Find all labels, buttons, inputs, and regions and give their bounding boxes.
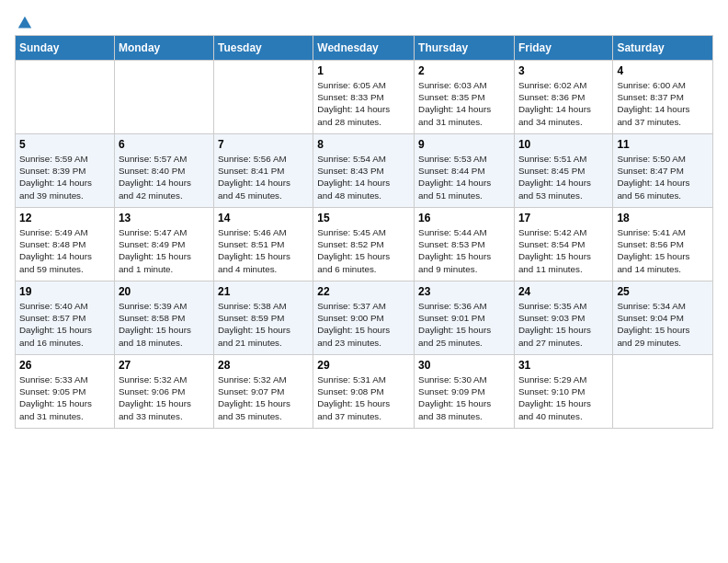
day-number: 15 [317,212,410,224]
day-number: 9 [418,138,510,151]
cell-info-line: Daylight: 14 hours [418,103,510,115]
calendar-cell: 17Sunrise: 5:42 AMSunset: 8:54 PMDayligh… [514,208,612,282]
day-number: 7 [218,138,309,151]
cell-info-line: and 6 minutes. [317,263,410,275]
day-number: 26 [19,359,110,372]
logo-icon [17,15,33,31]
day-number: 18 [617,212,709,224]
cell-info-line: Daylight: 14 hours [317,103,410,115]
day-number: 4 [617,64,709,77]
cell-info-line: and 38 minutes. [418,410,510,422]
cell-info-line: Sunset: 9:10 PM [518,385,609,397]
cell-info-line: Sunrise: 5:49 AM [19,226,110,238]
cell-info-line: Sunset: 8:39 PM [19,165,110,177]
cell-info-line: and 37 minutes. [317,410,410,422]
cell-info-line: Sunrise: 5:32 AM [119,373,210,385]
day-number: 17 [518,212,609,224]
cell-info-line: Sunset: 8:43 PM [317,165,410,177]
cell-info-line: Daylight: 15 hours [19,324,110,336]
cell-info-line: Sunset: 9:01 PM [418,312,510,324]
cell-info-line: and 14 minutes. [617,263,709,275]
cell-info-line: Sunrise: 5:37 AM [317,300,410,312]
calendar-cell: 6Sunrise: 5:57 AMSunset: 8:40 PMDaylight… [114,134,213,208]
day-number: 5 [19,138,110,151]
day-of-week-header: Saturday [613,36,713,61]
cell-info-line: Sunrise: 5:51 AM [518,153,609,165]
day-number: 14 [218,212,309,224]
day-of-week-header: Wednesday [313,36,415,61]
cell-info-line: and 37 minutes. [617,116,709,128]
calendar-cell: 12Sunrise: 5:49 AMSunset: 8:48 PMDayligh… [16,208,115,282]
cell-info-line: Daylight: 15 hours [317,250,410,262]
cell-info-line: and 25 minutes. [418,337,510,349]
cell-info-line: Sunrise: 5:59 AM [19,153,110,165]
cell-info-line: Daylight: 15 hours [518,250,609,262]
calendar-week-row: 1Sunrise: 6:05 AMSunset: 8:33 PMDaylight… [16,61,713,134]
cell-info-line: Daylight: 14 hours [518,103,609,115]
cell-info-line: Sunrise: 5:50 AM [617,153,709,165]
cell-info-line: Sunrise: 5:34 AM [617,300,709,312]
calendar-cell: 13Sunrise: 5:47 AMSunset: 8:49 PMDayligh… [114,208,213,282]
cell-info-line: Daylight: 15 hours [119,324,210,336]
calendar-cell [114,61,213,134]
cell-info-line: Daylight: 14 hours [518,177,609,189]
cell-info-line: and 51 minutes. [418,190,510,201]
cell-info-line: and 23 minutes. [317,337,410,349]
calendar-cell: 10Sunrise: 5:51 AMSunset: 8:45 PMDayligh… [514,134,612,208]
calendar-header-row: SundayMondayTuesdayWednesdayThursdayFrid… [16,36,713,61]
cell-info-line: Daylight: 15 hours [518,324,609,336]
cell-info-line: Sunset: 8:49 PM [119,238,210,250]
cell-info-line: Sunset: 8:33 PM [317,91,410,103]
day-number: 3 [518,64,609,77]
cell-info-line: Sunrise: 6:05 AM [317,79,410,91]
day-number: 30 [418,359,510,372]
day-number: 25 [617,285,709,298]
cell-info-line: and 18 minutes. [119,337,210,349]
day-of-week-header: Tuesday [213,36,313,61]
cell-info-line: Sunset: 8:51 PM [218,238,309,250]
cell-info-line: and 27 minutes. [518,337,609,349]
cell-info-line: Sunset: 9:08 PM [317,385,410,397]
cell-info-line: Sunset: 9:09 PM [418,385,510,397]
cell-info-line: Daylight: 15 hours [418,324,510,336]
cell-info-line: and 21 minutes. [218,337,309,349]
calendar-cell [613,355,713,429]
cell-info-line: Sunset: 9:07 PM [218,385,309,397]
cell-info-line: Sunrise: 5:42 AM [518,226,609,238]
cell-info-line: Daylight: 15 hours [19,397,110,409]
calendar-cell: 31Sunrise: 5:29 AMSunset: 9:10 PMDayligh… [514,355,612,429]
day-number: 16 [418,212,510,224]
day-number: 8 [317,138,410,151]
cell-info-line: Daylight: 14 hours [617,103,709,115]
cell-info-line: Sunrise: 5:47 AM [119,226,210,238]
calendar-cell: 22Sunrise: 5:37 AMSunset: 9:00 PMDayligh… [313,282,415,355]
cell-info-line: Sunset: 8:56 PM [617,238,709,250]
day-of-week-header: Friday [514,36,612,61]
cell-info-line: Sunrise: 5:41 AM [617,226,709,238]
cell-info-line: Daylight: 14 hours [617,177,709,189]
cell-info-line: Daylight: 15 hours [617,250,709,262]
cell-info-line: Daylight: 15 hours [518,397,609,409]
cell-info-line: Daylight: 15 hours [119,397,210,409]
cell-info-line: Sunrise: 6:02 AM [518,79,609,91]
calendar-cell [16,61,115,134]
cell-info-line: and 11 minutes. [518,263,609,275]
cell-info-line: Sunrise: 5:44 AM [418,226,510,238]
calendar-cell: 8Sunrise: 5:54 AMSunset: 8:43 PMDaylight… [313,134,415,208]
cell-info-line: Daylight: 14 hours [317,177,410,189]
cell-info-line: Sunset: 9:06 PM [119,385,210,397]
calendar-cell: 19Sunrise: 5:40 AMSunset: 8:57 PMDayligh… [16,282,115,355]
cell-info-line: Sunset: 8:45 PM [518,165,609,177]
calendar-cell: 23Sunrise: 5:36 AMSunset: 9:01 PMDayligh… [415,282,515,355]
cell-info-line: Daylight: 14 hours [19,177,110,189]
cell-info-line: Daylight: 15 hours [218,250,309,262]
day-number: 29 [317,359,410,372]
calendar-cell: 2Sunrise: 6:03 AMSunset: 8:35 PMDaylight… [415,61,515,134]
cell-info-line: Sunrise: 5:54 AM [317,153,410,165]
cell-info-line: Sunrise: 5:56 AM [218,153,309,165]
cell-info-line: Sunset: 8:58 PM [119,312,210,324]
cell-info-line: and 31 minutes. [418,116,510,128]
day-number: 12 [19,212,110,224]
day-number: 27 [119,359,210,372]
day-number: 11 [617,138,709,151]
